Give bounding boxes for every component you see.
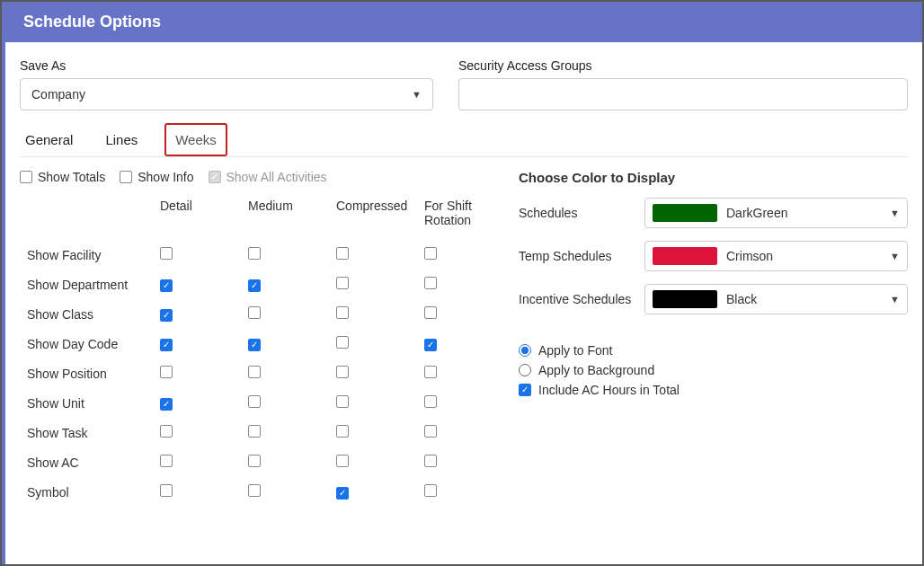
tab-lines[interactable]: Lines xyxy=(100,123,143,156)
color-row-label: Temp Schedules xyxy=(519,249,644,263)
col-detail: Detail xyxy=(153,193,241,240)
grid-checkbox[interactable]: ✓ xyxy=(336,487,349,500)
apply-to-font-label: Apply to Font xyxy=(538,343,613,358)
col-compressed: Compressed xyxy=(329,193,417,240)
table-row: Show Class✓ xyxy=(20,299,498,329)
security-groups-input[interactable] xyxy=(458,78,908,111)
color-swatch xyxy=(653,247,717,265)
row-label: Show Day Code xyxy=(20,329,153,358)
col-medium: Medium xyxy=(241,193,329,240)
color-select[interactable]: DarkGreen▼ xyxy=(644,198,908,228)
row-label: Show Facility xyxy=(20,240,153,270)
col-for-shift-rotation: For Shift Rotation xyxy=(417,193,498,240)
tab-general[interactable]: General xyxy=(20,123,78,156)
grid-checkbox[interactable] xyxy=(160,366,173,378)
apply-to-background-label: Apply to Background xyxy=(538,363,654,377)
tab-weeks[interactable]: Weeks xyxy=(164,123,227,156)
table-row: Show Department✓✓ xyxy=(20,270,498,299)
show-info-label: Show Info xyxy=(138,170,193,184)
grid-checkbox[interactable] xyxy=(248,484,261,497)
grid-checkbox[interactable] xyxy=(248,455,261,467)
color-name: Black xyxy=(726,292,881,306)
checkbox-icon xyxy=(120,171,132,183)
grid-checkbox[interactable] xyxy=(336,455,349,467)
grid-checkbox[interactable] xyxy=(424,425,437,438)
grid-checkbox[interactable] xyxy=(248,306,261,319)
row-label: Show Department xyxy=(20,270,153,299)
table-row: Show Facility xyxy=(20,240,498,270)
show-info-checkbox[interactable]: Show Info xyxy=(120,170,193,184)
grid-checkbox[interactable] xyxy=(160,247,173,260)
color-row-label: Incentive Schedules xyxy=(519,292,644,306)
grid-checkbox[interactable]: ✓ xyxy=(160,309,173,322)
table-row: Show Day Code✓✓✓ xyxy=(20,329,498,358)
color-swatch xyxy=(653,204,717,222)
grid-checkbox[interactable]: ✓ xyxy=(160,398,173,411)
color-name: DarkGreen xyxy=(726,206,881,220)
security-groups-label: Security Access Groups xyxy=(458,58,908,73)
grid-checkbox[interactable] xyxy=(336,366,349,378)
grid-checkbox[interactable] xyxy=(424,484,437,497)
save-as-value: Company xyxy=(31,79,85,110)
table-row: Symbol✓ xyxy=(20,477,498,507)
row-label: Show Position xyxy=(20,358,153,388)
table-row: Show Unit✓ xyxy=(20,388,498,418)
grid-checkbox[interactable] xyxy=(424,366,437,378)
grid-checkbox[interactable] xyxy=(160,425,173,438)
apply-to-background-radio[interactable]: Apply to Background xyxy=(519,363,908,377)
grid-checkbox[interactable] xyxy=(424,277,437,289)
grid-checkbox[interactable] xyxy=(424,306,437,319)
include-ac-hours-checkbox[interactable]: ✓ Include AC Hours in Total xyxy=(519,383,908,397)
table-row: Show Position xyxy=(20,358,498,388)
row-label: Show Task xyxy=(20,418,153,447)
grid-checkbox[interactable] xyxy=(336,336,349,349)
include-ac-hours-label: Include AC Hours in Total xyxy=(538,383,680,397)
grid-checkbox[interactable] xyxy=(336,395,349,408)
table-row: Show AC xyxy=(20,447,498,477)
color-row-label: Schedules xyxy=(519,206,644,220)
save-as-select[interactable]: Company ▼ xyxy=(20,78,433,111)
table-row: Show Task xyxy=(20,418,498,447)
grid-checkbox[interactable] xyxy=(336,306,349,319)
grid-checkbox[interactable] xyxy=(248,395,261,408)
save-as-label: Save As xyxy=(20,58,433,73)
radio-icon xyxy=(519,364,531,376)
grid-checkbox[interactable] xyxy=(424,455,437,467)
show-all-activities-checkbox: ✓ Show All Activities xyxy=(209,170,327,184)
show-totals-label: Show Totals xyxy=(38,170,105,184)
color-swatch xyxy=(653,290,717,308)
grid-checkbox[interactable] xyxy=(248,366,261,378)
checkbox-icon: ✓ xyxy=(209,171,221,183)
grid-checkbox[interactable]: ✓ xyxy=(248,279,261,292)
tabs: General Lines Weeks xyxy=(20,123,908,157)
grid-checkbox[interactable] xyxy=(248,425,261,438)
grid-checkbox[interactable]: ✓ xyxy=(160,339,173,351)
radio-icon xyxy=(519,344,531,357)
grid-checkbox[interactable]: ✓ xyxy=(160,279,173,292)
modal-title: Schedule Options xyxy=(5,2,922,42)
checkbox-icon xyxy=(20,171,32,183)
chevron-down-icon: ▼ xyxy=(890,294,900,305)
color-select[interactable]: Black▼ xyxy=(644,284,908,314)
apply-to-font-radio[interactable]: Apply to Font xyxy=(519,343,908,358)
row-label: Show Unit xyxy=(20,388,153,418)
checkbox-icon: ✓ xyxy=(519,384,531,396)
color-select[interactable]: Crimson▼ xyxy=(644,241,908,271)
grid-checkbox[interactable] xyxy=(248,247,261,260)
grid-checkbox[interactable] xyxy=(160,484,173,497)
grid-checkbox[interactable] xyxy=(336,425,349,438)
grid-checkbox[interactable]: ✓ xyxy=(248,339,261,351)
show-totals-checkbox[interactable]: Show Totals xyxy=(20,170,105,184)
chevron-down-icon: ▼ xyxy=(412,79,422,110)
grid-checkbox[interactable] xyxy=(424,395,437,408)
grid-checkbox[interactable] xyxy=(336,277,349,289)
grid-checkbox[interactable]: ✓ xyxy=(424,339,437,351)
display-grid: Detail Medium Compressed For Shift Rotat… xyxy=(20,193,498,507)
grid-checkbox[interactable] xyxy=(160,455,173,467)
chevron-down-icon: ▼ xyxy=(890,251,900,261)
color-name: Crimson xyxy=(726,249,881,263)
show-all-activities-label: Show All Activities xyxy=(227,170,327,184)
choose-color-title: Choose Color to Display xyxy=(519,170,908,185)
grid-checkbox[interactable] xyxy=(336,247,349,260)
grid-checkbox[interactable] xyxy=(424,247,437,260)
